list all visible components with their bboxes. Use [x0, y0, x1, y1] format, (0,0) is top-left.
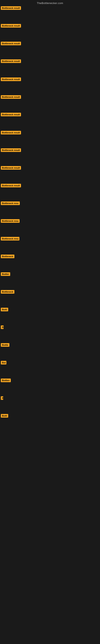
bottleneck-badge-22: Bottlen: [1, 378, 11, 383]
bottleneck-badge-18: Bottl: [1, 308, 8, 312]
badges-container: Bottleneck resultBottleneck resultBottle…: [0, 6, 100, 640]
bottleneck-badge-5: Bottleneck result: [1, 78, 21, 82]
bottleneck-badge-13: Bottleneck resu: [1, 219, 20, 224]
bottleneck-badge-3: Bottleneck result: [1, 42, 21, 46]
bottleneck-badge-21: Bot: [1, 361, 6, 365]
bottleneck-badge-2: Bottleneck result: [1, 24, 21, 28]
bottleneck-badge-20: Bottle: [1, 343, 9, 348]
bottleneck-badge-4: Bottleneck result: [1, 59, 21, 64]
bottleneck-badge-6: Bottleneck result: [1, 95, 21, 100]
bottleneck-badge-15: Bottleneck: [1, 254, 14, 259]
bottleneck-badge-11: Bottleneck result: [1, 184, 21, 188]
bottleneck-badge-17: Bottleneck: [1, 290, 14, 294]
bottleneck-badge-12: Bottleneck resu: [1, 202, 20, 206]
bottleneck-badge-1: Bottleneck result: [1, 6, 21, 11]
site-header: TheBottlenecker.com: [0, 0, 100, 6]
bottleneck-badge-19: B: [1, 326, 3, 330]
site-title: TheBottlenecker.com: [0, 0, 100, 6]
bottleneck-badge-24: Bottl: [1, 414, 8, 418]
bottleneck-badge-8: Bottleneck result: [1, 131, 21, 135]
bottleneck-badge-9: Bottleneck result: [1, 148, 21, 153]
bottleneck-badge-7: Bottleneck result: [1, 113, 21, 117]
bottleneck-badge-10: Bottleneck result: [1, 166, 21, 170]
bottleneck-badge-23: B: [1, 396, 3, 401]
bottleneck-badge-14: Bottleneck resu: [1, 237, 19, 241]
bottleneck-badge-16: Bottler: [1, 272, 10, 277]
